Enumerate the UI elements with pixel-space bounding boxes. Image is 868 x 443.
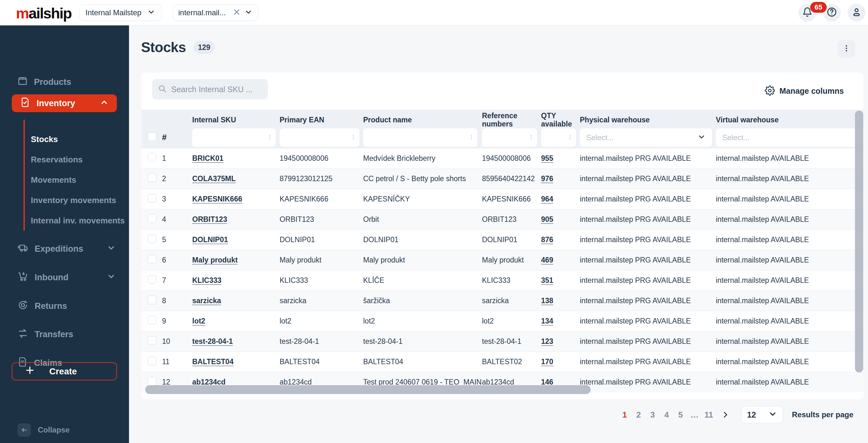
row-number: 9 — [162, 317, 166, 325]
primary-ean: ORBIT123 — [280, 215, 314, 224]
virtual-warehouse: internal.mailstep AVAILABLE — [716, 235, 809, 244]
sidebar-subitem-inventory-movements[interactable]: Inventory movements — [31, 194, 116, 207]
kebab-icon[interactable] — [469, 134, 474, 141]
page-4[interactable]: 4 — [661, 410, 672, 420]
internal-sku-link[interactable]: ORBIT123 — [192, 215, 227, 224]
reference-numbers: 194500008006 — [482, 154, 531, 163]
product-name: BALTEST04 — [363, 357, 403, 366]
search-input[interactable] — [171, 85, 262, 94]
internal-sku-link[interactable]: sarzicka — [192, 296, 221, 305]
next-page-button[interactable] — [718, 411, 733, 419]
sidebar-item-expeditions[interactable]: Expeditions — [0, 239, 129, 258]
page-5[interactable]: 5 — [675, 410, 686, 420]
qty-available-link[interactable]: 955 — [541, 154, 553, 163]
table-header: Internal SKU Primary EAN Product name Re… — [142, 110, 864, 148]
results-per-page-select[interactable]: 12 — [741, 406, 783, 423]
chevron-down-icon[interactable] — [244, 8, 253, 18]
qty-available-link[interactable]: 964 — [541, 195, 553, 203]
filter-internal-sku-input[interactable] — [192, 128, 276, 147]
select-all-checkbox[interactable] — [148, 132, 156, 141]
sidebar-subitem-stocks[interactable]: Stocks — [31, 133, 58, 146]
qty-available-link[interactable]: 170 — [541, 357, 553, 366]
row-checkbox[interactable] — [148, 377, 156, 385]
internal-sku-link[interactable]: test-28-04-1 — [192, 337, 233, 346]
row-checkbox[interactable] — [148, 174, 156, 182]
sidebar-item-inventory[interactable]: Inventory — [12, 94, 117, 112]
internal-sku-link[interactable]: lot2 — [192, 317, 205, 325]
user-icon — [851, 7, 862, 19]
product-name: šaržička — [363, 296, 390, 305]
sidebar-item-products[interactable]: Products — [0, 72, 129, 91]
sidebar-subitem-internal-inv-movements[interactable]: Internal inv. movements — [31, 214, 125, 227]
table-row: 3KAPESNIK666KAPESNIK666KAPESNÍČKYKAPESNI… — [142, 189, 864, 209]
qty-available-link[interactable]: 469 — [541, 256, 553, 264]
row-checkbox[interactable] — [148, 357, 156, 365]
internal-sku-link[interactable]: BRICK01 — [192, 154, 223, 163]
reference-numbers: 8595640422142 — [482, 174, 535, 183]
kebab-icon[interactable] — [267, 134, 273, 141]
qty-available-link[interactable]: 351 — [541, 276, 553, 285]
row-checkbox[interactable] — [148, 214, 156, 223]
sidebar-item-returns[interactable]: Returns — [0, 296, 129, 316]
sidebar-item-label: Transfers — [35, 329, 73, 339]
internal-sku-link[interactable]: Maly produkt — [192, 256, 238, 264]
virtual-warehouse: internal.mailstep AVAILABLE — [716, 174, 809, 183]
qty-available-link[interactable]: 134 — [541, 317, 553, 325]
user-menu-button[interactable] — [848, 4, 865, 22]
filter-reference-numbers-input[interactable] — [482, 128, 537, 147]
search-icon — [158, 84, 167, 94]
qty-available-link[interactable]: 138 — [541, 296, 553, 305]
page-actions-menu-button[interactable] — [837, 40, 855, 58]
sidebar-subitem-reservations[interactable]: Reservations — [31, 153, 83, 166]
workspace-select[interactable]: Internal Mailstep — [80, 4, 161, 21]
results-count-badge: 129 — [193, 41, 214, 54]
row-checkbox[interactable] — [148, 336, 156, 345]
kebab-icon[interactable] — [567, 134, 573, 141]
sidebar-subitem-movements[interactable]: Movements — [31, 174, 76, 186]
row-checkbox[interactable] — [148, 316, 156, 324]
column-header-primary-ean: Primary EAN — [280, 116, 363, 124]
column-header-physical-warehouse: Physical warehouse — [580, 116, 716, 124]
qty-available-link[interactable]: 905 — [541, 215, 553, 224]
horizontal-scrollbar[interactable] — [145, 385, 591, 394]
manage-columns-button[interactable]: Manage columns — [765, 72, 844, 110]
filter-primary-ean-input[interactable] — [280, 128, 359, 147]
row-checkbox[interactable] — [148, 194, 156, 202]
page-11[interactable]: 11 — [703, 410, 715, 420]
filter-physical-warehouse-select[interactable]: Select... — [580, 128, 712, 147]
cart-icon — [18, 271, 28, 284]
row-checkbox[interactable] — [148, 275, 156, 284]
filter-virtual-warehouse-select[interactable]: Select... — [716, 128, 864, 147]
row-checkbox[interactable] — [148, 153, 156, 162]
sidebar-item-transfers[interactable]: Transfers — [0, 325, 129, 344]
chevron-down-icon — [698, 133, 706, 142]
create-button[interactable]: Create — [12, 362, 117, 380]
page-3[interactable]: 3 — [647, 410, 658, 420]
internal-sku-link[interactable]: KLIC333 — [192, 276, 221, 285]
row-checkbox[interactable] — [148, 255, 156, 263]
kebab-icon[interactable] — [350, 134, 356, 141]
collapse-sidebar-button[interactable]: Collapse — [18, 423, 69, 437]
internal-sku-link[interactable]: DOLNIP01 — [192, 235, 228, 244]
internal-sku-link[interactable]: COLA375ML — [192, 174, 236, 183]
internal-sku-link[interactable]: KAPESNIK666 — [192, 195, 242, 203]
vertical-scrollbar[interactable] — [855, 111, 863, 373]
filter-qty-available-input[interactable] — [541, 128, 576, 147]
kebab-icon[interactable] — [528, 134, 534, 141]
row-checkbox[interactable] — [148, 235, 156, 243]
primary-ean: sarzicka — [280, 296, 306, 305]
qty-available-link[interactable]: 123 — [541, 337, 553, 346]
plus-icon — [25, 365, 35, 377]
qty-available-link[interactable]: 976 — [541, 174, 553, 183]
page-1[interactable]: 1 — [619, 410, 630, 420]
close-icon[interactable] — [233, 8, 241, 17]
organization-chip[interactable]: internal.mail... — [173, 4, 258, 21]
qty-available-link[interactable]: 876 — [541, 235, 553, 244]
sidebar-item-inbound[interactable]: Inbound — [0, 268, 129, 287]
row-checkbox[interactable] — [148, 296, 156, 304]
page-2[interactable]: 2 — [633, 410, 644, 420]
internal-sku-link[interactable]: BALTEST04 — [192, 357, 234, 366]
chevron-up-icon — [100, 98, 108, 109]
primary-ean: 194500008006 — [280, 154, 329, 163]
filter-product-name-input[interactable] — [363, 128, 477, 147]
